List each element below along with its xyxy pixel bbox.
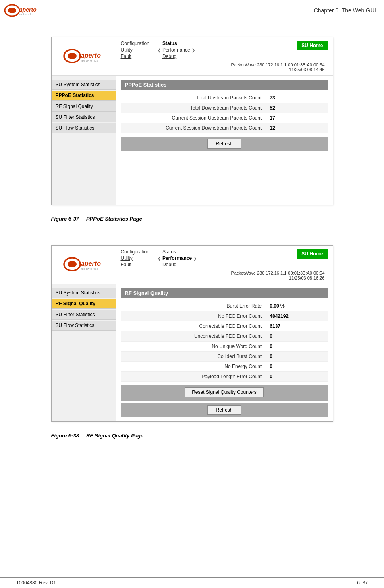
- svg-text:networks: networks: [81, 59, 99, 62]
- svg-text:aperto: aperto: [81, 52, 101, 59]
- sidebar-2: SU System Statistics RF Signal Quality S…: [52, 284, 116, 421]
- nav-debug-1[interactable]: Debug: [162, 54, 190, 59]
- footer-left: 10004880 Rev. D1: [16, 580, 56, 586]
- table-row: Correctable FEC Error Count 6137: [121, 321, 328, 331]
- su-home-button-2[interactable]: SU Home: [297, 249, 328, 259]
- table-row: Collided Burst Count 0: [121, 352, 328, 362]
- stat-value: 0.00 %: [266, 301, 328, 311]
- svg-point-5: [68, 53, 77, 59]
- stat-value: 17: [266, 113, 328, 123]
- stat-value: 0: [266, 352, 328, 362]
- stat-label: Uncorrectable FEC Error Count: [121, 331, 266, 342]
- chevron-right-2: ❯: [193, 256, 197, 261]
- figure-title-2: RF Signal Quality Page: [86, 433, 143, 439]
- sidebar-item-rf-signal-quality[interactable]: RF Signal Quality: [52, 299, 116, 309]
- figure-label-2: Figure 6-38: [51, 433, 79, 439]
- sidebar-item-su-filter-2[interactable]: SU Filter Statistics: [52, 310, 116, 320]
- nav-fault-1[interactable]: Fault: [121, 54, 149, 59]
- nav-col1: Configuration Utility Fault: [121, 41, 149, 59]
- svg-text:networks: networks: [81, 267, 99, 271]
- nav-status-1[interactable]: Status: [162, 41, 190, 46]
- stats-table-1: Total Upstream Packets Count 73 Total Do…: [121, 93, 328, 133]
- table-row: Current Session Downstream Packets Count…: [121, 123, 328, 133]
- sidebar-1: SU System Statistics PPPoE Statistics RF…: [52, 76, 116, 205]
- nav-configuration-1[interactable]: Configuration: [121, 41, 149, 46]
- content-title-2: RF Signal Quality: [121, 288, 328, 298]
- screenshot-frame-1: aperto networks SU Home Configuration Ut…: [51, 37, 333, 205]
- sidebar-item-pppoe-stats[interactable]: PPPoE Statistics: [52, 91, 116, 101]
- stat-label: No Unique Word Count: [121, 342, 266, 352]
- nav-utility-1[interactable]: Utility: [121, 47, 149, 53]
- stat-value: 6137: [266, 321, 328, 331]
- stat-label: Collided Burst Count: [121, 352, 266, 362]
- figure-label-1: Figure 6-37: [51, 216, 79, 222]
- nav-fault-2[interactable]: Fault: [121, 262, 149, 267]
- footer-right: 6–37: [357, 580, 368, 586]
- svg-text:aperto: aperto: [19, 6, 37, 13]
- sidebar-item-su-filter-1[interactable]: SU Filter Statistics: [52, 112, 116, 122]
- stat-label: Current Session Downstream Packets Count: [121, 123, 266, 133]
- reset-signal-quality-button[interactable]: Reset Signal Quality Counters: [185, 387, 264, 397]
- table-row: Payload Length Error Count 0: [121, 372, 328, 382]
- refresh-button-1[interactable]: Refresh: [207, 139, 241, 149]
- app-header-2: aperto networks SU Home Configuration Ut…: [52, 246, 333, 284]
- page-body: aperto networks SU Home Configuration Ut…: [0, 21, 384, 474]
- stat-value: 12: [266, 123, 328, 133]
- aperto-logo: aperto networks: [4, 3, 40, 18]
- nav-performance-2[interactable]: Performance: [162, 255, 192, 261]
- svg-text:aperto: aperto: [81, 260, 101, 267]
- content-area-1: PPPoE Statistics Total Upstream Packets …: [116, 76, 333, 205]
- nav-configuration-2[interactable]: Configuration: [121, 249, 149, 255]
- stat-label: No FEC Error Count: [121, 311, 266, 321]
- stat-value: 52: [266, 103, 328, 113]
- chevron-left-1: ❮: [158, 48, 161, 52]
- table-row: No FEC Error Count 4842192: [121, 311, 328, 321]
- device-info-2: PacketWave 230 172.16.1.1 00:01:3B:A0:00…: [121, 271, 328, 280]
- stat-label: No Energy Count: [121, 362, 266, 372]
- btn-bar-2: Refresh: [121, 403, 328, 417]
- stats-table-2: Burst Error Rate 0.00 % No FEC Error Cou…: [121, 301, 328, 382]
- table-row: Uncorrectable FEC Error Count 0: [121, 331, 328, 342]
- nav-col2-2: Status Performance Debug: [162, 249, 192, 267]
- app-header-1: aperto networks SU Home Configuration Ut…: [52, 37, 333, 76]
- stat-value: 0: [266, 331, 328, 342]
- nav-performance-1[interactable]: Performance: [162, 47, 190, 53]
- page-header: aperto networks Chapter 6. The Web GUI: [0, 0, 384, 21]
- app-body-2: SU System Statistics RF Signal Quality S…: [52, 284, 333, 421]
- device-info-1: PacketWave 230 172.16.1.1 00:01:3B:A0:00…: [121, 62, 328, 72]
- svg-point-1: [8, 8, 16, 13]
- table-row: No Unique Word Count 0: [121, 342, 328, 352]
- content-title-1: PPPoE Statistics: [121, 80, 328, 90]
- nav-debug-2[interactable]: Debug: [162, 262, 192, 267]
- content-area-2: RF Signal Quality Burst Error Rate 0.00 …: [116, 284, 333, 421]
- nav-col2: Status Performance Debug: [162, 41, 190, 59]
- sidebar-item-su-flow-1[interactable]: SU Flow Statistics: [52, 123, 116, 133]
- stat-label: Total Upstream Packets Count: [121, 93, 266, 103]
- stat-label: Payload Length Error Count: [121, 372, 266, 382]
- sidebar-item-su-flow-2[interactable]: SU Flow Statistics: [52, 321, 116, 331]
- stat-label: Burst Error Rate: [121, 301, 266, 311]
- stat-value: 0: [266, 342, 328, 352]
- sidebar-item-su-system-stats-2[interactable]: SU System Statistics: [52, 288, 116, 298]
- sidebar-item-rf-signal-1[interactable]: RF Signal Quality: [52, 101, 116, 112]
- reset-btn-bar: Reset Signal Quality Counters: [121, 385, 328, 401]
- refresh-button-2[interactable]: Refresh: [207, 405, 241, 415]
- stat-value: 0: [266, 362, 328, 372]
- stat-value: 73: [266, 93, 328, 103]
- app-nav-1: SU Home Configuration Utility Fault ❮ St…: [116, 37, 333, 75]
- nav-utility-2[interactable]: Utility: [121, 255, 149, 261]
- stat-label: Total Downstream Packets Count: [121, 103, 266, 113]
- figure-caption-1: Figure 6-37 PPPoE Statistics Page: [51, 213, 333, 222]
- table-row: Current Session Upstream Packets Count 1…: [121, 113, 328, 123]
- su-home-button-1[interactable]: SU Home: [297, 41, 328, 50]
- screenshot-frame-2: aperto networks SU Home Configuration Ut…: [51, 245, 333, 422]
- logo-area: aperto networks: [4, 3, 40, 18]
- sidebar-item-su-system-stats-1[interactable]: SU System Statistics: [52, 80, 116, 90]
- nav-status-2[interactable]: Status: [162, 249, 192, 255]
- table-row: No Energy Count 0: [121, 362, 328, 372]
- table-row: Total Upstream Packets Count 73: [121, 93, 328, 103]
- table-row: Total Downstream Packets Count 52: [121, 103, 328, 113]
- page-footer: 10004880 Rev. D1 6–37: [0, 577, 384, 588]
- svg-point-9: [68, 261, 77, 267]
- app-logo-1: aperto networks: [52, 37, 116, 75]
